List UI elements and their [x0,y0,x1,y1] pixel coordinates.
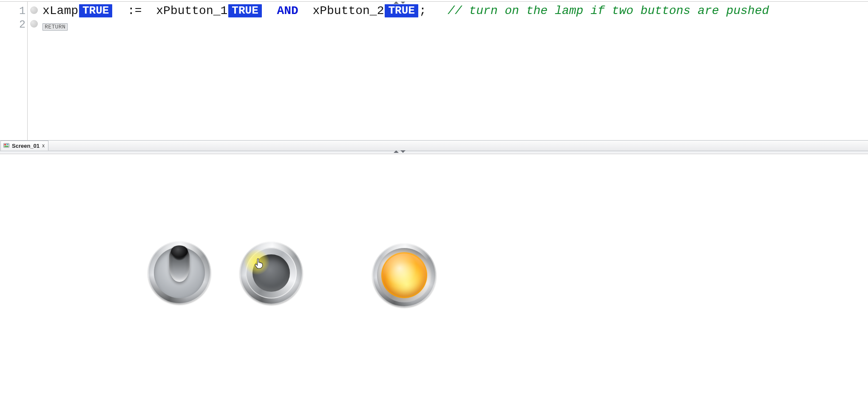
lamp-indicator [372,243,436,307]
visualization-canvas[interactable] [0,154,868,417]
code-area[interactable]: xLampTRUE := xPbutton_1TRUE AND xPbutton… [27,2,868,140]
assign-operator: := [128,4,142,17]
push-button[interactable] [240,242,303,304]
visualization-tab-icon [3,143,9,149]
code-line[interactable]: RETURN [43,19,68,32]
online-value-badge: TRUE [79,4,112,17]
variable-name: xPbutton_2 [312,4,384,17]
switch-cap-icon [171,245,188,257]
dip-switch[interactable] [148,241,211,304]
tab-close-button[interactable]: x [42,143,45,149]
breakpoint-margin[interactable] [27,2,40,140]
online-value-badge: TRUE [228,4,261,17]
lamp-lens-icon [381,252,427,298]
semicolon: ; [419,4,426,17]
online-value-badge: TRUE [385,4,418,17]
keyword-and: AND [277,4,298,17]
pane-splitter[interactable] [0,151,868,154]
comment: // turn on the lamp if two buttons are p… [448,4,769,17]
tab-label: Screen_01 [12,143,40,149]
variable-name: xPbutton_1 [156,4,227,17]
line-number: 1 [19,5,26,17]
code-editor-pane[interactable]: 1 2 xLampTRUE := xPbutton_1TRUE AND xPbu… [0,2,868,140]
variable-name: xLamp [43,4,78,17]
button-face [252,254,290,292]
svg-rect-3 [4,146,9,147]
breakpoint-slot-icon[interactable] [30,20,38,28]
svg-rect-2 [6,144,9,145]
breakpoint-slot-icon[interactable] [30,6,38,14]
code-line[interactable]: xLampTRUE := xPbutton_1TRUE AND xPbutton… [43,4,769,17]
return-marker-badge: RETURN [43,23,68,31]
svg-rect-1 [4,144,6,145]
line-number-gutter: 1 2 [0,2,28,140]
bottom-tab-bar: Screen_01 x [0,140,868,151]
tab-screen-01[interactable]: Screen_01 x [0,141,48,151]
operator [120,4,128,17]
line-number: 2 [19,19,26,31]
